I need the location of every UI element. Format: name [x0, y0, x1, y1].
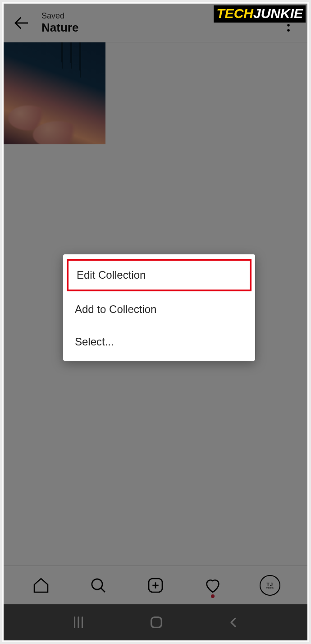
menu-select[interactable]: Select...	[63, 326, 255, 358]
menu-add-to-collection[interactable]: Add to Collection	[63, 293, 255, 326]
watermark-logo: TECHJUNKIE	[214, 5, 306, 23]
menu-edit-collection[interactable]: Edit Collection	[67, 259, 252, 291]
watermark-part2: JUNKIE	[253, 6, 303, 21]
watermark-part1: TECH	[216, 6, 253, 21]
context-menu: Edit Collection Add to Collection Select…	[63, 254, 255, 361]
device-frame: Saved Nature	[0, 0, 311, 644]
screen: Saved Nature	[4, 4, 307, 640]
